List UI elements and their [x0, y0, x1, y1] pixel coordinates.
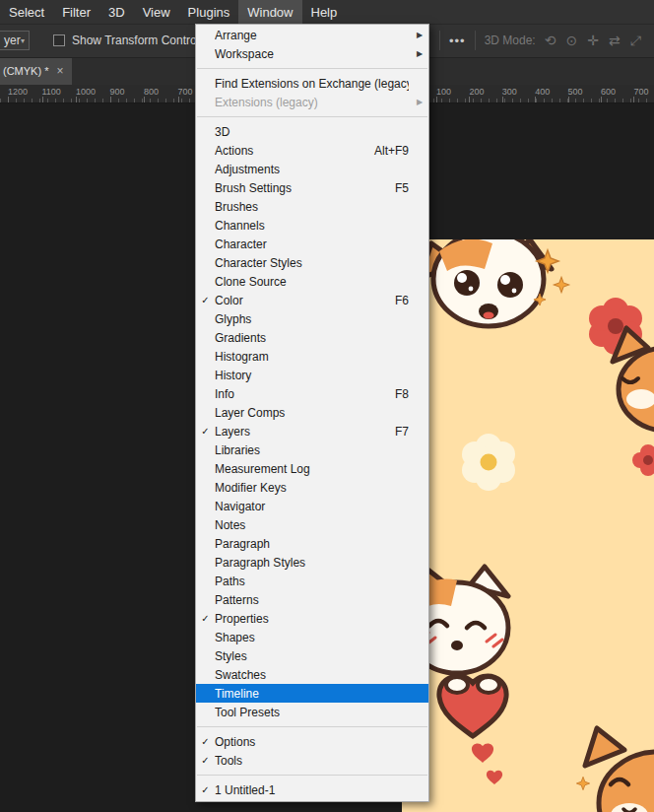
ruler-label: 300	[502, 87, 517, 97]
menu-item-label: Workspace	[215, 47, 409, 61]
menu-item-clone-source[interactable]: Clone Source	[196, 272, 428, 291]
check-icon: ✓	[196, 295, 215, 305]
pan-3d-icon[interactable]: ✛	[587, 34, 599, 47]
menu-item-gradients[interactable]: Gradients	[196, 328, 428, 347]
menu-item-styles[interactable]: Styles	[196, 646, 428, 665]
menubar-item-plugins[interactable]: Plugins	[179, 0, 239, 24]
menu-separator	[197, 68, 427, 69]
submenu-arrow-icon: ▶	[417, 49, 428, 58]
menu-item-options[interactable]: ✓Options	[196, 732, 428, 751]
menu-item-patterns[interactable]: Patterns	[196, 590, 428, 609]
menu-item-histogram[interactable]: Histogram	[196, 347, 428, 366]
menu-item-layer-comps[interactable]: Layer Comps	[196, 403, 428, 422]
menu-item-tools[interactable]: ✓Tools	[196, 751, 428, 770]
menu-item-label: Channels	[215, 219, 409, 233]
photoshop-window: SelectFilter3DViewPluginsWindowHelp yer …	[0, 0, 654, 812]
menu-item-label: Character	[215, 237, 409, 251]
menubar-item-select[interactable]: Select	[0, 0, 53, 24]
menu-item-character[interactable]: Character	[196, 235, 428, 253]
menu-item-character-styles[interactable]: Character Styles	[196, 253, 428, 272]
menu-item-extensions-legacy[interactable]: Extensions (legacy)▶	[196, 93, 428, 111]
menu-item-brush-settings[interactable]: Brush SettingsF5	[196, 178, 428, 197]
menu-item-arrange[interactable]: Arrange▶	[196, 26, 428, 44]
menu-item-history[interactable]: History	[196, 366, 428, 384]
menu-item-brushes[interactable]: Brushes	[196, 197, 428, 216]
menu-item-label: Paragraph	[215, 537, 409, 551]
overflow-menu-button[interactable]: •••	[449, 34, 466, 48]
slide-3d-icon[interactable]: ⇄	[609, 34, 621, 47]
menubar-item-view[interactable]: View	[134, 0, 179, 24]
menubar-item-3d[interactable]: 3D	[99, 0, 134, 24]
menubar-item-help[interactable]: Help	[302, 0, 347, 24]
menu-item-label: Paragraph Styles	[215, 556, 409, 570]
auto-select-value: yer	[4, 34, 21, 47]
orbit-3d-icon[interactable]: ⟲	[545, 34, 556, 47]
ruler-label: 900	[110, 87, 125, 97]
menu-item-paragraph[interactable]: Paragraph	[196, 534, 428, 553]
menu-item-label: Measurement Log	[215, 462, 409, 476]
mode-icons: ⟲⊙✛⇄⤢	[545, 34, 641, 47]
menu-item-label: Gradients	[215, 331, 409, 345]
submenu-arrow-icon: ▶	[417, 31, 428, 39]
menu-item-swatches[interactable]: Swatches	[196, 665, 428, 684]
show-transform-controls-checkbox[interactable]: Show Transform Controls	[53, 24, 205, 57]
menu-item-channels[interactable]: Channels	[196, 216, 428, 235]
menu-item-label: Shapes	[215, 631, 409, 644]
menu-item-label: Options	[215, 735, 409, 749]
menu-item-info[interactable]: InfoF8	[196, 384, 428, 403]
menubar-item-window[interactable]: Window	[238, 0, 301, 24]
menu-item-label: Properties	[215, 612, 409, 626]
menu-item-navigator[interactable]: Navigator	[196, 497, 428, 515]
menu-item-shapes[interactable]: Shapes	[196, 628, 428, 646]
menu-item-measurement-log[interactable]: Measurement Log	[196, 459, 428, 478]
menu-item-paths[interactable]: Paths	[196, 572, 428, 590]
auto-select-dropdown[interactable]: yer ▾	[0, 31, 30, 50]
window-menu-dropdown: Arrange▶Workspace▶Find Extensions on Exc…	[195, 24, 429, 802]
menu-item-adjustments[interactable]: Adjustments	[196, 160, 428, 178]
document-tab[interactable]: (CMYK) * ×	[0, 57, 72, 85]
menu-item-workspace[interactable]: Workspace▶	[196, 44, 428, 63]
menu-separator	[197, 775, 427, 776]
menu-item-label: Info	[215, 387, 395, 401]
menu-item-3d[interactable]: 3D	[196, 122, 428, 141]
menu-item-find-extensions-on-exchange-legacy[interactable]: Find Extensions on Exchange (legacy)...	[196, 74, 428, 93]
menu-item-label: Navigator	[215, 500, 409, 513]
menu-item-libraries[interactable]: Libraries	[196, 440, 428, 459]
menu-item-color[interactable]: ✓ColorF6	[196, 291, 428, 309]
ruler-label: 700	[633, 87, 648, 97]
menu-item-timeline[interactable]: Timeline	[196, 684, 428, 703]
checkbox-label: Show Transform Controls	[72, 34, 205, 47]
check-icon: ✓	[196, 613, 215, 624]
menu-item-actions[interactable]: ActionsAlt+F9	[196, 141, 428, 160]
document-tab-title: (CMYK) *	[3, 65, 48, 77]
menu-item-shortcut: F8	[395, 387, 409, 401]
menu-item-label: Extensions (legacy)	[215, 96, 409, 109]
menu-separator	[197, 116, 427, 117]
menu-item-tool-presets[interactable]: Tool Presets	[196, 703, 428, 721]
ruler-label: 400	[535, 87, 550, 97]
check-icon: ✓	[196, 736, 215, 747]
ruler-label: 100	[436, 87, 451, 97]
ruler-label: 200	[469, 87, 484, 97]
menu-item-label: Adjustments	[215, 163, 409, 176]
roll-3d-icon[interactable]: ⊙	[565, 34, 577, 47]
check-icon: ✓	[196, 426, 215, 437]
menu-item-glyphs[interactable]: Glyphs	[196, 309, 428, 328]
menu-item-label: Histogram	[215, 350, 409, 364]
menubar-item-filter[interactable]: Filter	[53, 0, 99, 24]
menu-item-1-untitled-1[interactable]: ✓1 Untitled-1	[196, 780, 428, 799]
menu-item-label: Layer Comps	[215, 406, 409, 420]
ruler-label: 1200	[8, 87, 28, 97]
ruler-label: 700	[178, 87, 193, 97]
ruler-label: 800	[144, 87, 159, 97]
close-icon[interactable]: ×	[56, 64, 63, 78]
menu-item-properties[interactable]: ✓Properties	[196, 609, 428, 628]
menu-item-paragraph-styles[interactable]: Paragraph Styles	[196, 553, 428, 572]
menu-item-modifier-keys[interactable]: Modifier Keys	[196, 478, 428, 497]
menu-item-shortcut: F6	[395, 294, 409, 307]
menu-item-label: Find Extensions on Exchange (legacy)...	[215, 77, 409, 91]
submenu-arrow-icon: ▶	[417, 98, 428, 106]
scale-3d-icon[interactable]: ⤢	[630, 34, 641, 47]
menu-item-notes[interactable]: Notes	[196, 515, 428, 534]
menu-item-layers[interactable]: ✓LayersF7	[196, 422, 428, 440]
